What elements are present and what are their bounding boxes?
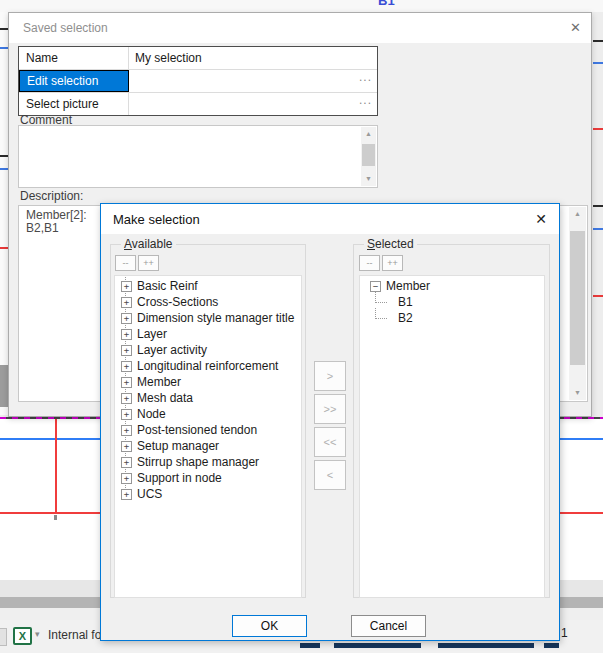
tree-item[interactable]: − Member bbox=[360, 278, 544, 294]
ellipsis-button[interactable]: ... bbox=[359, 66, 372, 88]
available-tree[interactable]: + Basic Reinf + Cross-Sections + Dimensi… bbox=[114, 275, 302, 598]
comment-scrollbar[interactable]: ▲ ▼ bbox=[361, 127, 376, 186]
tree-item[interactable]: + Dimension style manager title bbox=[115, 310, 301, 326]
collapse-icon[interactable]: − bbox=[370, 281, 381, 292]
scroll-down-icon[interactable]: ▼ bbox=[361, 172, 376, 186]
selected-tree[interactable]: − Member B1 B2 bbox=[359, 275, 545, 598]
comment-input[interactable]: ▲ ▼ bbox=[18, 125, 378, 188]
expand-icon[interactable]: + bbox=[121, 281, 132, 292]
name-row-label[interactable]: Name bbox=[19, 47, 129, 69]
status-partial-icon bbox=[0, 628, 7, 646]
tree-item[interactable]: + Post-tensioned tendon bbox=[115, 422, 301, 438]
tree-item-label: Node bbox=[137, 407, 166, 421]
tree-item[interactable]: + Layer activity bbox=[115, 342, 301, 358]
tree-item[interactable]: + Mesh data bbox=[115, 390, 301, 406]
scrollbar-thumb[interactable] bbox=[362, 144, 375, 166]
dialog-title: Make selection bbox=[113, 212, 200, 227]
tree-item-label: Mesh data bbox=[137, 391, 193, 405]
ellipsis-button[interactable]: ... bbox=[359, 89, 372, 111]
make-selection-dialog: Make selection ✕ Available -- ++ + Basic… bbox=[100, 203, 560, 641]
tree-item[interactable]: B1 bbox=[360, 294, 544, 310]
tree-item[interactable]: B2 bbox=[360, 310, 544, 326]
scrollbar-thumb[interactable] bbox=[570, 231, 585, 365]
select-picture-row-label[interactable]: Select picture bbox=[19, 93, 129, 115]
transfer-buttons: > >> << < bbox=[314, 361, 346, 490]
selected-expand-all-button[interactable]: ++ bbox=[382, 255, 403, 271]
expand-icon[interactable]: + bbox=[121, 377, 132, 388]
close-icon[interactable]: ✕ bbox=[535, 211, 547, 227]
tree-item-label: B1 bbox=[398, 295, 413, 309]
edit-selection-field[interactable]: ... bbox=[129, 70, 377, 92]
background-line bbox=[593, 205, 603, 207]
expand-icon[interactable]: + bbox=[121, 313, 132, 324]
expand-icon[interactable]: + bbox=[121, 345, 132, 356]
scroll-up-icon[interactable]: ▲ bbox=[361, 127, 376, 141]
excel-export-icon[interactable]: X bbox=[13, 627, 32, 645]
tree-item[interactable]: + Support in node bbox=[115, 470, 301, 486]
tree-item-label: Setup manager bbox=[137, 439, 219, 453]
scroll-up-icon[interactable]: ▲ bbox=[569, 207, 586, 221]
selected-collapse-all-button[interactable]: -- bbox=[359, 255, 380, 271]
scroll-down-icon[interactable]: ▼ bbox=[569, 386, 586, 400]
chevron-down-icon[interactable]: ▾ bbox=[35, 629, 40, 639]
background-line bbox=[0, 28, 8, 30]
expand-icon[interactable]: + bbox=[121, 457, 132, 468]
edit-selection-row-label[interactable]: Edit selection bbox=[19, 70, 129, 92]
tree-item[interactable]: + Node bbox=[115, 406, 301, 422]
mnemonic: S bbox=[367, 237, 375, 251]
tree-item[interactable]: + UCS bbox=[115, 486, 301, 502]
expand-icon[interactable]: + bbox=[121, 361, 132, 372]
background-text: 1 bbox=[561, 626, 568, 640]
name-field[interactable]: My selection bbox=[129, 47, 377, 69]
tree-item-label: Member bbox=[137, 375, 181, 389]
description-label: Description: bbox=[20, 189, 83, 203]
background-text-fragment bbox=[544, 643, 559, 648]
tree-item-label: Cross-Sections bbox=[137, 295, 218, 309]
close-icon[interactable]: ✕ bbox=[570, 20, 581, 35]
label-rest: elected bbox=[375, 237, 414, 251]
transfer-button[interactable]: << bbox=[314, 427, 346, 457]
expand-icon[interactable]: + bbox=[121, 393, 132, 404]
tree-item[interactable]: + Layer bbox=[115, 326, 301, 342]
tree-item-label: Dimension style manager title bbox=[137, 311, 294, 325]
expand-icon[interactable]: + bbox=[121, 297, 132, 308]
expand-icon[interactable]: + bbox=[121, 409, 132, 420]
description-text: Member[2]: B2,B1 bbox=[26, 209, 87, 235]
expand-icon[interactable]: + bbox=[121, 441, 132, 452]
background-line bbox=[0, 247, 8, 249]
transfer-button[interactable]: < bbox=[314, 460, 346, 490]
expand-icon[interactable]: + bbox=[121, 329, 132, 340]
tree-item[interactable]: + Stirrup shape manager bbox=[115, 454, 301, 470]
tree-item-label: Basic Reinf bbox=[137, 279, 198, 293]
expand-icon[interactable]: + bbox=[121, 425, 132, 436]
background-top-strip: B1 bbox=[0, 0, 603, 12]
ok-button[interactable]: OK bbox=[232, 615, 307, 637]
tree-item[interactable]: + Member bbox=[115, 374, 301, 390]
cancel-button[interactable]: Cancel bbox=[351, 615, 426, 637]
available-collapse-all-button[interactable]: -- bbox=[115, 255, 136, 271]
transfer-button[interactable]: >> bbox=[314, 394, 346, 424]
background-text-fragment bbox=[438, 643, 534, 648]
background-mark bbox=[54, 515, 57, 520]
tree-item-label: Layer bbox=[137, 327, 167, 341]
saved-selection-titlebar[interactable]: Saved selection ✕ bbox=[9, 13, 591, 43]
background-line bbox=[593, 62, 603, 64]
expand-icon[interactable]: + bbox=[121, 473, 132, 484]
background-member-label: B1 bbox=[378, 0, 395, 8]
background-text-fragment bbox=[300, 643, 320, 648]
description-scrollbar[interactable]: ▲ ▼ bbox=[569, 207, 586, 400]
tree-item[interactable]: + Cross-Sections bbox=[115, 294, 301, 310]
select-picture-field[interactable]: ... bbox=[129, 93, 377, 115]
tree-item[interactable]: + Longitudinal reinforcement bbox=[115, 358, 301, 374]
background-line bbox=[593, 228, 603, 230]
application-window: B1 X ▾ Internal forc 1 Saved selection ✕… bbox=[0, 0, 603, 653]
make-selection-titlebar[interactable]: Make selection ✕ bbox=[101, 204, 559, 234]
expand-icon[interactable]: + bbox=[121, 489, 132, 500]
tree-item[interactable]: + Setup manager bbox=[115, 438, 301, 454]
background-scroll-thumb bbox=[0, 365, 8, 407]
tree-item[interactable]: + Basic Reinf bbox=[115, 278, 301, 294]
available-expand-all-button[interactable]: ++ bbox=[138, 255, 159, 271]
transfer-button[interactable]: > bbox=[314, 361, 346, 391]
background-line bbox=[593, 128, 603, 130]
table-row: Edit selection ... bbox=[19, 70, 377, 93]
